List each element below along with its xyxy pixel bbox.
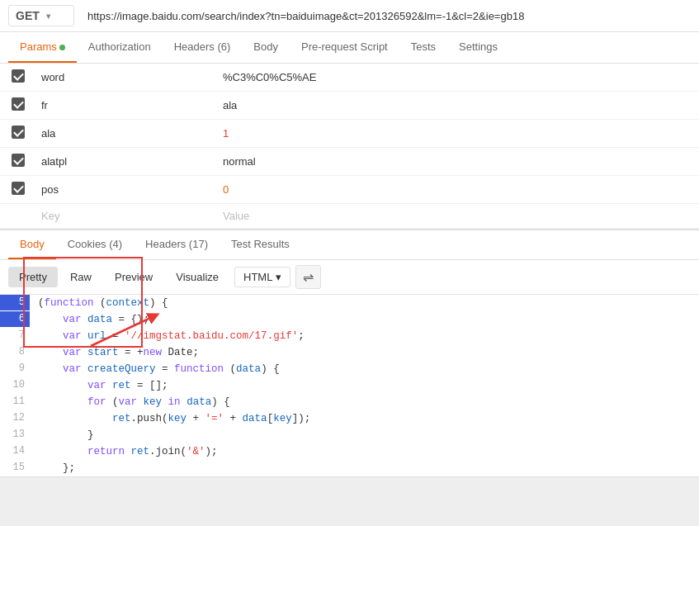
request-tabs: Params Authorization Headers (6) Body Pr… bbox=[0, 32, 699, 64]
line-content: }; bbox=[30, 460, 75, 476]
resp-tab-headers[interactable]: Headers (17) bbox=[134, 230, 220, 259]
param-key: alatpl bbox=[33, 148, 215, 176]
method-select[interactable]: GET ▾ bbox=[8, 5, 74, 26]
url-input[interactable] bbox=[81, 7, 691, 26]
tab-pre-request[interactable]: Pre-request Script bbox=[290, 32, 399, 63]
table-row: frala bbox=[0, 92, 699, 120]
format-bar: Pretty Raw Preview Visualize HTML ▾ ⇌ bbox=[0, 260, 699, 295]
code-line: 11 for (var key in data) { bbox=[0, 394, 699, 410]
param-checkbox[interactable] bbox=[12, 182, 25, 195]
table-row: pos0 bbox=[0, 176, 699, 204]
line-number: 5 bbox=[0, 295, 30, 310]
param-checkbox[interactable] bbox=[12, 69, 25, 83]
fmt-preview[interactable]: Preview bbox=[104, 267, 163, 287]
method-label: GET bbox=[16, 9, 40, 22]
param-value[interactable]: Value bbox=[215, 204, 699, 229]
url-bar: GET ▾ bbox=[0, 0, 699, 32]
line-number: 9 bbox=[0, 361, 30, 377]
table-row: alatplnormal bbox=[0, 148, 699, 176]
param-key: word bbox=[33, 64, 215, 92]
resp-tab-cookies[interactable]: Cookies (4) bbox=[56, 230, 134, 259]
table-row: word%C3%C0%C5%AE bbox=[0, 64, 699, 92]
code-line: 5(function (context) { bbox=[0, 295, 699, 311]
line-number: 10 bbox=[0, 377, 30, 393]
tab-body[interactable]: Body bbox=[242, 32, 290, 63]
param-value: %C3%C0%C5%AE bbox=[215, 64, 699, 92]
line-number: 8 bbox=[0, 344, 30, 360]
line-content: (function (context) { bbox=[30, 295, 168, 311]
params-dot bbox=[59, 45, 65, 50]
fmt-pretty[interactable]: Pretty bbox=[8, 267, 58, 287]
param-value: 0 bbox=[215, 176, 699, 204]
code-wrapper: 5(function (context) {6 var data = {};7 … bbox=[0, 295, 699, 476]
code-area: 5(function (context) {6 var data = {};7 … bbox=[0, 295, 699, 476]
param-checkbox[interactable] bbox=[12, 97, 25, 111]
code-line: 14 return ret.join('&'); bbox=[0, 443, 699, 460]
bottom-image-strip bbox=[0, 476, 699, 526]
code-line: 8 var start = +new Date; bbox=[0, 344, 699, 361]
table-row: ala1 bbox=[0, 120, 699, 148]
table-row: KeyValue bbox=[0, 204, 699, 229]
tab-tests[interactable]: Tests bbox=[399, 32, 447, 63]
param-key: fr bbox=[33, 92, 215, 120]
param-value: ala bbox=[215, 92, 699, 120]
code-line: 15 }; bbox=[0, 460, 699, 476]
line-number: 7 bbox=[0, 328, 30, 344]
tab-headers[interactable]: Headers (6) bbox=[163, 32, 243, 63]
fmt-visualize[interactable]: Visualize bbox=[165, 267, 229, 287]
code-line: 9 var createQuery = function (data) { bbox=[0, 361, 699, 377]
code-line: 6 var data = {}; bbox=[0, 311, 699, 328]
param-checkbox[interactable] bbox=[12, 126, 25, 139]
param-key: ala bbox=[33, 120, 215, 148]
line-number: 6 bbox=[0, 311, 30, 327]
code-line: 13 } bbox=[0, 427, 699, 443]
param-value: 1 bbox=[215, 120, 699, 148]
params-table: word%C3%C0%C5%AEfralaala1alatplnormalpos… bbox=[0, 64, 699, 229]
line-number: 13 bbox=[0, 427, 30, 443]
method-chevron: ▾ bbox=[46, 12, 50, 21]
tab-settings[interactable]: Settings bbox=[447, 32, 509, 63]
line-content: var url = '//imgstat.baidu.com/17.gif'; bbox=[30, 328, 305, 344]
fmt-raw[interactable]: Raw bbox=[59, 267, 102, 287]
param-key: pos bbox=[33, 176, 215, 204]
line-content: for (var key in data) { bbox=[30, 394, 230, 410]
tab-params[interactable]: Params bbox=[8, 32, 77, 63]
param-checkbox[interactable] bbox=[12, 154, 25, 167]
line-number: 11 bbox=[0, 394, 30, 410]
param-key[interactable]: Key bbox=[33, 204, 215, 229]
line-content: return ret.join('&'); bbox=[30, 443, 218, 460]
resp-tab-body[interactable]: Body bbox=[8, 230, 56, 259]
line-number: 15 bbox=[0, 460, 30, 476]
line-content: var start = +new Date; bbox=[30, 344, 199, 361]
line-content: ret.push(key + '=' + data[key]); bbox=[30, 410, 310, 427]
code-line: 12 ret.push(key + '=' + data[key]); bbox=[0, 410, 699, 427]
lang-chevron: ▾ bbox=[276, 271, 281, 283]
line-number: 14 bbox=[0, 443, 30, 459]
lang-label: HTML bbox=[243, 271, 272, 283]
response-section: Body Cookies (4) Headers (17) Test Resul… bbox=[0, 229, 699, 476]
tab-authorization[interactable]: Authorization bbox=[77, 32, 163, 63]
wrap-button[interactable]: ⇌ bbox=[295, 265, 321, 289]
response-tabs: Body Cookies (4) Headers (17) Test Resul… bbox=[0, 230, 699, 260]
line-content: var ret = []; bbox=[30, 377, 168, 394]
resp-tab-test-results[interactable]: Test Results bbox=[220, 230, 301, 259]
code-line: 10 var ret = []; bbox=[0, 377, 699, 394]
code-line: 7 var url = '//imgstat.baidu.com/17.gif'… bbox=[0, 328, 699, 344]
line-content: var createQuery = function (data) { bbox=[30, 361, 280, 377]
line-content: var data = {}; bbox=[30, 311, 149, 328]
param-value: normal bbox=[215, 148, 699, 176]
line-number: 12 bbox=[0, 410, 30, 426]
lang-select[interactable]: HTML ▾ bbox=[234, 267, 290, 287]
line-content: } bbox=[30, 427, 94, 443]
